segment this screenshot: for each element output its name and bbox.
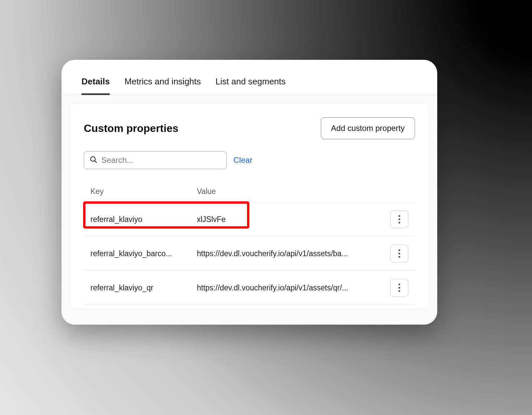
tab-bar: Details Metrics and insights List and se…	[62, 60, 437, 95]
search-row: Clear	[84, 151, 415, 169]
svg-point-4	[398, 222, 400, 223]
kebab-icon	[398, 249, 400, 258]
tab-details[interactable]: Details	[81, 76, 110, 95]
panel-wrap: Custom properties Add custom property Cl…	[62, 95, 437, 325]
kebab-icon	[398, 215, 400, 224]
svg-point-8	[398, 283, 400, 285]
svg-point-5	[398, 249, 400, 251]
tab-metrics-and-insights[interactable]: Metrics and insights	[124, 76, 201, 95]
svg-point-2	[398, 215, 400, 217]
svg-point-3	[398, 218, 400, 220]
row-actions-button[interactable]	[390, 279, 408, 297]
column-header-value: Value	[197, 187, 385, 196]
svg-point-6	[398, 253, 400, 254]
add-custom-property-button[interactable]: Add custom property	[321, 117, 415, 139]
svg-line-1	[95, 161, 96, 162]
svg-point-9	[398, 287, 400, 288]
search-icon	[89, 156, 97, 165]
search-input-wrap[interactable]	[84, 151, 227, 169]
table-row: referral_klaviyo_qr https://dev.dl.vouch…	[84, 271, 415, 305]
search-input[interactable]	[101, 156, 221, 165]
clear-button[interactable]: Clear	[233, 156, 252, 165]
property-value: https://dev.dl.voucherify.io/api/v1/asse…	[197, 283, 385, 292]
property-value: https://dev.dl.voucherify.io/api/v1/asse…	[197, 249, 385, 258]
row-actions-button[interactable]	[390, 210, 408, 228]
table-header: Key Value	[84, 181, 415, 202]
property-key: referral_klaviyo_qr	[90, 283, 197, 292]
table-row: referral_klaviyo xlJSlvFe	[84, 202, 415, 237]
table-row: referral_klaviyo_barco... https://dev.dl…	[84, 237, 415, 271]
custom-properties-panel: Custom properties Add custom property Cl…	[69, 103, 429, 309]
tab-list-and-segments[interactable]: List and segments	[215, 76, 286, 95]
panel-header: Custom properties Add custom property	[84, 117, 415, 139]
property-key: referral_klaviyo_barco...	[90, 249, 197, 258]
svg-point-7	[398, 256, 400, 258]
property-value: xlJSlvFe	[197, 215, 385, 224]
panel-title: Custom properties	[84, 122, 178, 135]
kebab-icon	[398, 283, 400, 292]
column-header-key: Key	[90, 187, 197, 196]
app-window: Details Metrics and insights List and se…	[62, 60, 437, 325]
property-key: referral_klaviyo	[90, 215, 197, 224]
properties-table: Key Value referral_klaviyo xlJSlvFe r	[84, 181, 415, 305]
svg-point-10	[398, 290, 400, 292]
row-actions-button[interactable]	[390, 245, 408, 262]
